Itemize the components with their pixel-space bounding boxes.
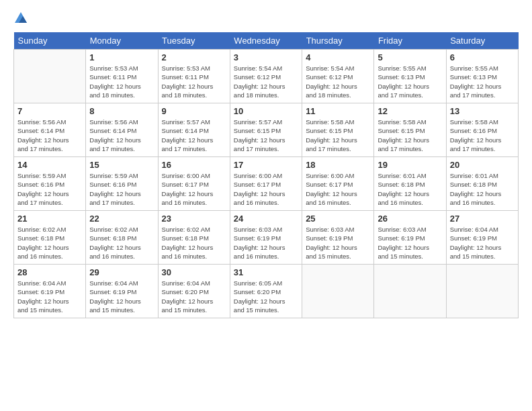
- calendar-table: SundayMondayTuesdayWednesdayThursdayFrid…: [13, 32, 519, 318]
- week-row-3: 21Sunrise: 6:02 AM Sunset: 6:18 PM Dayli…: [14, 211, 519, 265]
- day-info: Sunrise: 5:56 AM Sunset: 6:14 PM Dayligh…: [17, 118, 82, 153]
- calendar-cell: 5Sunrise: 5:55 AM Sunset: 6:13 PM Daylig…: [374, 50, 446, 103]
- day-info: Sunrise: 6:02 AM Sunset: 6:18 PM Dayligh…: [162, 225, 226, 261]
- day-info: Sunrise: 5:58 AM Sunset: 6:16 PM Dayligh…: [450, 118, 515, 153]
- week-row-0: 1Sunrise: 5:53 AM Sunset: 6:11 PM Daylig…: [14, 50, 519, 103]
- calendar-cell: 25Sunrise: 6:03 AM Sunset: 6:19 PM Dayli…: [302, 211, 374, 265]
- calendar-cell: 23Sunrise: 6:02 AM Sunset: 6:18 PM Dayli…: [158, 211, 230, 265]
- calendar-cell: 11Sunrise: 5:58 AM Sunset: 6:15 PM Dayli…: [302, 103, 374, 157]
- logo-icon: [13, 11, 28, 26]
- day-info: Sunrise: 6:00 AM Sunset: 6:17 PM Dayligh…: [162, 171, 226, 207]
- calendar-cell: 17Sunrise: 6:00 AM Sunset: 6:17 PM Dayli…: [230, 157, 302, 211]
- day-number: 13: [450, 106, 515, 116]
- calendar-cell: 27Sunrise: 6:04 AM Sunset: 6:19 PM Dayli…: [446, 211, 518, 265]
- day-number: 2: [162, 52, 226, 62]
- calendar-cell: 28Sunrise: 6:04 AM Sunset: 6:19 PM Dayli…: [14, 265, 86, 318]
- calendar-cell: 29Sunrise: 6:04 AM Sunset: 6:19 PM Dayli…: [86, 265, 158, 318]
- day-info: Sunrise: 5:53 AM Sunset: 6:11 PM Dayligh…: [162, 64, 226, 99]
- calendar-cell: 13Sunrise: 5:58 AM Sunset: 6:16 PM Dayli…: [446, 103, 518, 157]
- calendar-cell: 7Sunrise: 5:56 AM Sunset: 6:14 PM Daylig…: [14, 103, 86, 157]
- calendar-cell: 26Sunrise: 6:03 AM Sunset: 6:19 PM Dayli…: [374, 211, 446, 265]
- day-number: 9: [162, 106, 226, 116]
- day-number: 19: [378, 160, 442, 170]
- weekday-header-row: SundayMondayTuesdayWednesdayThursdayFrid…: [14, 32, 519, 50]
- calendar-cell: 24Sunrise: 6:03 AM Sunset: 6:19 PM Dayli…: [230, 211, 302, 265]
- day-number: 30: [162, 267, 226, 277]
- day-info: Sunrise: 5:55 AM Sunset: 6:13 PM Dayligh…: [378, 64, 442, 99]
- calendar-cell: 2Sunrise: 5:53 AM Sunset: 6:11 PM Daylig…: [158, 50, 230, 103]
- weekday-thursday: Thursday: [302, 32, 374, 50]
- calendar-cell: 19Sunrise: 6:01 AM Sunset: 6:18 PM Dayli…: [374, 157, 446, 211]
- day-number: 17: [234, 160, 298, 170]
- day-number: 16: [162, 160, 226, 170]
- calendar-cell: 3Sunrise: 5:54 AM Sunset: 6:12 PM Daylig…: [230, 50, 302, 103]
- day-info: Sunrise: 6:04 AM Sunset: 6:19 PM Dayligh…: [89, 279, 154, 314]
- day-number: 7: [17, 106, 82, 116]
- day-info: Sunrise: 6:02 AM Sunset: 6:18 PM Dayligh…: [17, 225, 82, 261]
- day-info: Sunrise: 5:55 AM Sunset: 6:13 PM Dayligh…: [450, 64, 515, 99]
- weekday-friday: Friday: [374, 32, 446, 50]
- day-number: 1: [89, 52, 154, 62]
- day-info: Sunrise: 5:57 AM Sunset: 6:14 PM Dayligh…: [162, 118, 226, 153]
- day-number: 28: [17, 267, 82, 277]
- day-info: Sunrise: 6:01 AM Sunset: 6:18 PM Dayligh…: [450, 171, 515, 207]
- calendar-cell: 30Sunrise: 6:04 AM Sunset: 6:20 PM Dayli…: [158, 265, 230, 318]
- calendar-cell: 15Sunrise: 5:59 AM Sunset: 6:16 PM Dayli…: [86, 157, 158, 211]
- day-info: Sunrise: 6:03 AM Sunset: 6:19 PM Dayligh…: [234, 225, 298, 261]
- day-info: Sunrise: 6:04 AM Sunset: 6:19 PM Dayligh…: [17, 279, 82, 314]
- calendar-cell: 18Sunrise: 6:00 AM Sunset: 6:17 PM Dayli…: [302, 157, 374, 211]
- day-number: 21: [17, 214, 82, 224]
- week-row-4: 28Sunrise: 6:04 AM Sunset: 6:19 PM Dayli…: [14, 265, 519, 318]
- calendar-cell: [446, 265, 518, 318]
- day-number: 20: [450, 160, 515, 170]
- calendar-cell: [374, 265, 446, 318]
- weekday-wednesday: Wednesday: [230, 32, 302, 50]
- day-number: 29: [89, 267, 154, 277]
- calendar-cell: 1Sunrise: 5:53 AM Sunset: 6:11 PM Daylig…: [86, 50, 158, 103]
- day-info: Sunrise: 5:59 AM Sunset: 6:16 PM Dayligh…: [89, 171, 154, 207]
- day-number: 18: [306, 160, 370, 170]
- day-number: 10: [234, 106, 298, 116]
- calendar-cell: 12Sunrise: 5:58 AM Sunset: 6:15 PM Dayli…: [374, 103, 446, 157]
- day-info: Sunrise: 6:01 AM Sunset: 6:18 PM Dayligh…: [378, 171, 442, 207]
- header: [13, 11, 519, 26]
- day-number: 11: [306, 106, 370, 116]
- day-info: Sunrise: 5:58 AM Sunset: 6:15 PM Dayligh…: [306, 118, 370, 153]
- calendar-cell: 16Sunrise: 6:00 AM Sunset: 6:17 PM Dayli…: [158, 157, 230, 211]
- day-info: Sunrise: 6:02 AM Sunset: 6:18 PM Dayligh…: [89, 225, 154, 261]
- day-number: 15: [89, 160, 154, 170]
- calendar-cell: 31Sunrise: 6:05 AM Sunset: 6:20 PM Dayli…: [230, 265, 302, 318]
- calendar-cell: 4Sunrise: 5:54 AM Sunset: 6:12 PM Daylig…: [302, 50, 374, 103]
- weekday-monday: Monday: [86, 32, 158, 50]
- week-row-1: 7Sunrise: 5:56 AM Sunset: 6:14 PM Daylig…: [14, 103, 519, 157]
- calendar-cell: [14, 50, 86, 103]
- day-info: Sunrise: 6:04 AM Sunset: 6:20 PM Dayligh…: [162, 279, 226, 314]
- day-number: 22: [89, 214, 154, 224]
- day-info: Sunrise: 6:05 AM Sunset: 6:20 PM Dayligh…: [234, 279, 298, 314]
- weekday-sunday: Sunday: [14, 32, 86, 50]
- day-number: 4: [306, 52, 370, 62]
- day-info: Sunrise: 5:54 AM Sunset: 6:12 PM Dayligh…: [234, 64, 298, 99]
- calendar-cell: 9Sunrise: 5:57 AM Sunset: 6:14 PM Daylig…: [158, 103, 230, 157]
- day-info: Sunrise: 6:03 AM Sunset: 6:19 PM Dayligh…: [306, 225, 370, 261]
- day-info: Sunrise: 5:56 AM Sunset: 6:14 PM Dayligh…: [89, 118, 154, 153]
- day-number: 6: [450, 52, 515, 62]
- day-info: Sunrise: 6:00 AM Sunset: 6:17 PM Dayligh…: [234, 171, 298, 207]
- calendar-cell: 6Sunrise: 5:55 AM Sunset: 6:13 PM Daylig…: [446, 50, 518, 103]
- day-info: Sunrise: 5:59 AM Sunset: 6:16 PM Dayligh…: [17, 171, 82, 207]
- calendar-cell: 21Sunrise: 6:02 AM Sunset: 6:18 PM Dayli…: [14, 211, 86, 265]
- day-number: 12: [378, 106, 442, 116]
- calendar-cell: 10Sunrise: 5:57 AM Sunset: 6:15 PM Dayli…: [230, 103, 302, 157]
- day-info: Sunrise: 6:00 AM Sunset: 6:17 PM Dayligh…: [306, 171, 370, 207]
- logo: [13, 11, 31, 26]
- day-info: Sunrise: 6:03 AM Sunset: 6:19 PM Dayligh…: [378, 225, 442, 261]
- day-info: Sunrise: 5:57 AM Sunset: 6:15 PM Dayligh…: [234, 118, 298, 153]
- calendar-cell: 8Sunrise: 5:56 AM Sunset: 6:14 PM Daylig…: [86, 103, 158, 157]
- day-number: 8: [89, 106, 154, 116]
- day-number: 31: [234, 267, 298, 277]
- calendar-cell: 20Sunrise: 6:01 AM Sunset: 6:18 PM Dayli…: [446, 157, 518, 211]
- day-info: Sunrise: 5:54 AM Sunset: 6:12 PM Dayligh…: [306, 64, 370, 99]
- calendar-cell: 22Sunrise: 6:02 AM Sunset: 6:18 PM Dayli…: [86, 211, 158, 265]
- day-number: 26: [378, 214, 442, 224]
- weekday-tuesday: Tuesday: [158, 32, 230, 50]
